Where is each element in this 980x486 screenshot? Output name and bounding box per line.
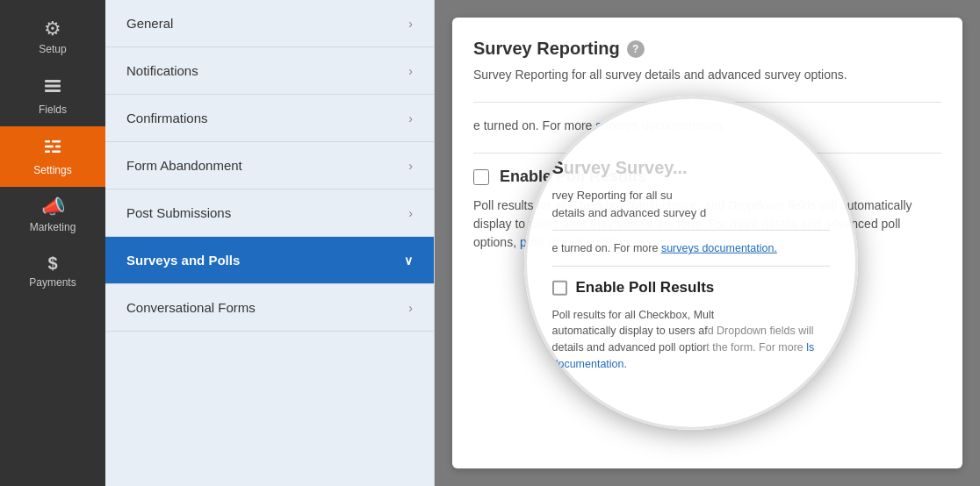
menu-sidebar: General › Notifications › Confirmations … <box>105 0 435 486</box>
magnifier-title: Survey Survey... <box>552 154 830 182</box>
sidebar-label-marketing: Marketing <box>30 221 76 233</box>
settings-icon <box>43 137 62 160</box>
svg-rect-1 <box>45 85 61 88</box>
enable-poll-checkbox[interactable] <box>473 169 489 185</box>
marketing-icon: 📣 <box>41 197 65 217</box>
magnifier-circle: Survey Survey... rvey Reporting for all … <box>524 96 858 430</box>
magnifier-survey-text: rvey Reporting for all su details and ad… <box>552 187 830 221</box>
sidebar-label-setup: Setup <box>39 43 66 55</box>
help-icon[interactable]: ? <box>627 40 645 58</box>
sidebar-item-settings[interactable]: Settings <box>0 126 105 187</box>
menu-item-confirmations[interactable]: Confirmations › <box>105 95 434 142</box>
magnifier-content: Survey Survey... rvey Reporting for all … <box>552 154 830 372</box>
main-content: Survey Reporting ? Survey Reporting for … <box>435 0 980 486</box>
sidebar-item-setup[interactable]: ⚙ Setup <box>0 9 105 66</box>
magnifier-divider-1 <box>552 230 830 231</box>
chevron-notifications: › <box>408 64 413 78</box>
sidebar-label-fields: Fields <box>39 104 67 116</box>
menu-label-notifications: Notifications <box>126 63 198 78</box>
chevron-form-abandonment: › <box>408 159 413 173</box>
content-title-text: Survey Reporting <box>473 39 620 59</box>
menu-item-notifications[interactable]: Notifications › <box>105 47 434 95</box>
sidebar-item-payments[interactable]: $ Payments <box>0 244 105 299</box>
payments-icon: $ <box>47 254 57 272</box>
chevron-surveys-polls: ∨ <box>404 254 413 268</box>
sidebar-item-fields[interactable]: Fields <box>0 66 105 126</box>
magnifier-enable-row: Enable Poll Results <box>552 275 830 299</box>
svg-rect-2 <box>45 89 61 92</box>
svg-rect-4 <box>52 140 61 143</box>
chevron-post-submissions: › <box>408 206 413 220</box>
magnifier-poll-desc: Poll results for all Checkbox, Mult auto… <box>552 306 830 372</box>
svg-rect-0 <box>45 80 61 82</box>
fields-icon <box>43 76 62 99</box>
survey-description-section: Survey Reporting for all survey details … <box>473 66 941 84</box>
chevron-confirmations: › <box>408 111 413 125</box>
content-title: Survey Reporting ? <box>473 39 941 59</box>
svg-rect-8 <box>52 151 61 154</box>
sidebar-label-settings: Settings <box>33 164 71 176</box>
menu-item-form-abandonment[interactable]: Form Abandonment › <box>105 142 434 189</box>
menu-item-general[interactable]: General › <box>105 0 434 47</box>
chevron-general: › <box>408 17 413 31</box>
svg-rect-5 <box>45 146 54 148</box>
menu-item-conversational-forms[interactable]: Conversational Forms › <box>105 284 434 332</box>
menu-label-general: General <box>126 16 173 31</box>
chevron-conversational-forms: › <box>408 301 413 315</box>
menu-label-surveys-polls: Surveys and Polls <box>126 253 240 268</box>
icon-sidebar: ⚙ Setup Fields Settings 📣 Market <box>0 0 105 486</box>
svg-rect-7 <box>45 151 50 154</box>
gear-icon: ⚙ <box>44 19 61 39</box>
menu-label-post-submissions: Post Submissions <box>126 205 231 220</box>
svg-rect-6 <box>55 146 61 148</box>
menu-item-post-submissions[interactable]: Post Submissions › <box>105 189 434 237</box>
menu-label-confirmations: Confirmations <box>126 111 208 125</box>
menu-label-conversational-forms: Conversational Forms <box>126 300 256 315</box>
magnifier-checkbox[interactable] <box>552 280 567 295</box>
magnifier-enable-label: Enable Poll Results <box>576 275 715 299</box>
sidebar-item-marketing[interactable]: 📣 Marketing <box>0 187 105 244</box>
menu-item-surveys-polls[interactable]: Surveys and Polls ∨ <box>105 237 434 284</box>
magnifier-turned-on: e turned on. For more surveys documentat… <box>552 239 830 257</box>
sidebar-label-payments: Payments <box>29 276 76 289</box>
menu-label-form-abandonment: Form Abandonment <box>126 158 242 173</box>
svg-rect-3 <box>45 140 50 143</box>
magnifier-divider-2 <box>552 266 830 267</box>
magnifier-surveys-link[interactable]: surveys documentation. <box>661 242 777 254</box>
survey-description: Survey Reporting for all survey details … <box>473 66 941 84</box>
